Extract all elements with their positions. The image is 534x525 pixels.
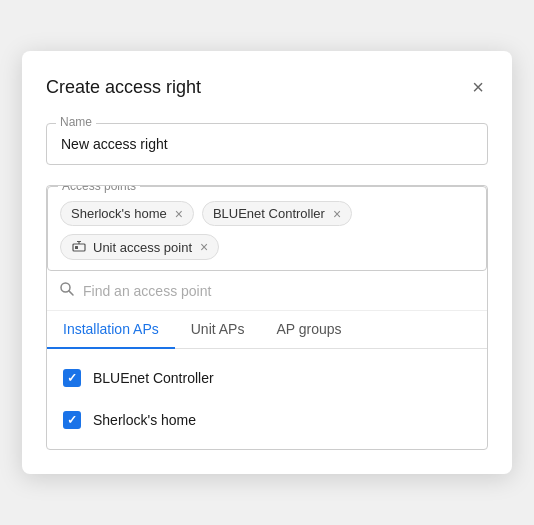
create-access-right-dialog: Create access right × Name Access points… (22, 51, 512, 474)
svg-line-5 (69, 291, 73, 295)
chip-unit-remove[interactable]: × (200, 240, 208, 254)
chips-container: Sherlock's home × BLUEnet Controller × (60, 201, 474, 260)
svg-rect-1 (75, 246, 78, 249)
close-button[interactable]: × (468, 75, 488, 99)
chip-sherlocks-label: Sherlock's home (71, 206, 167, 221)
tab-installation-aps[interactable]: Installation APs (47, 311, 175, 349)
access-points-label: Access points (58, 185, 140, 193)
dialog-title: Create access right (46, 77, 201, 98)
tab-ap-groups[interactable]: AP groups (260, 311, 357, 349)
tabs-container: Installation APs Unit APs AP groups (47, 311, 487, 349)
lower-panel: Access points Sherlock's home × BLUEnet … (46, 185, 488, 450)
chip-sherlocks-remove[interactable]: × (175, 207, 183, 221)
name-input[interactable] (46, 123, 488, 165)
name-field-group: Name (46, 123, 488, 165)
checkbox-bluenet-label: BLUEnet Controller (93, 370, 214, 386)
list-item-bluenet: ✓ BLUEnet Controller (47, 357, 487, 399)
access-points-group: Access points Sherlock's home × BLUEnet … (47, 186, 487, 271)
chip-sherlocks: Sherlock's home × (60, 201, 194, 226)
search-icon (59, 281, 75, 300)
checkbox-sherlocks-wrap: ✓ (63, 411, 81, 429)
list-item-sherlocks: ✓ Sherlock's home (47, 399, 487, 441)
chip-bluenet-label: BLUEnet Controller (213, 206, 325, 221)
chip-unit: Unit access point × (60, 234, 219, 260)
dialog-header: Create access right × (46, 75, 488, 99)
unit-ap-icon (71, 239, 87, 255)
search-input[interactable] (83, 283, 475, 299)
svg-rect-0 (73, 244, 85, 251)
chip-bluenet-remove[interactable]: × (333, 207, 341, 221)
chip-unit-label: Unit access point (93, 240, 192, 255)
checkbox-bluenet-wrap: ✓ (63, 369, 81, 387)
search-container (47, 271, 487, 311)
name-label: Name (56, 115, 96, 129)
checkbox-list: ✓ BLUEnet Controller ✓ Sherlock's home (47, 349, 487, 449)
chip-bluenet: BLUEnet Controller × (202, 201, 352, 226)
tab-unit-aps[interactable]: Unit APs (175, 311, 261, 349)
checkbox-sherlocks-label: Sherlock's home (93, 412, 196, 428)
